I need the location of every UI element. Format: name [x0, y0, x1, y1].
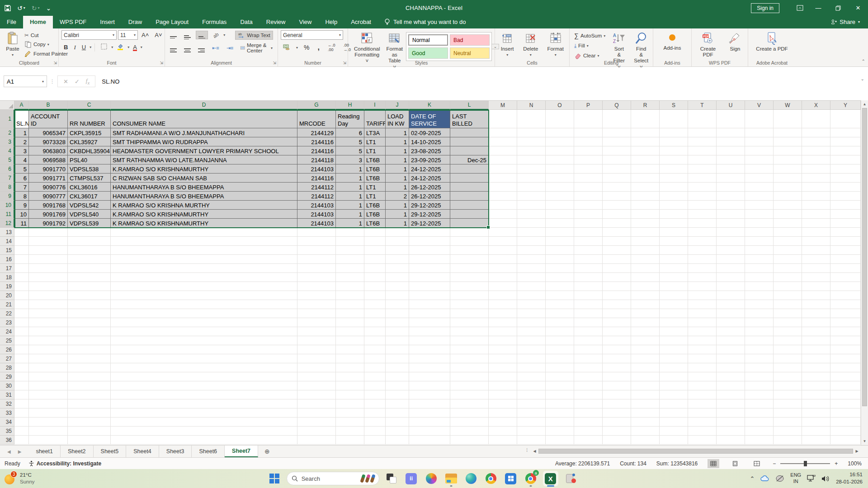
grid-cell[interactable] [717, 399, 745, 408]
taskbar-clock[interactable]: 16:5128-01-2026 [836, 471, 863, 485]
grid-cell[interactable] [546, 164, 574, 174]
grid-cell[interactable] [830, 201, 861, 210]
grid-cell[interactable]: LT6B [364, 155, 386, 164]
grid-cell[interactable] [688, 246, 717, 255]
grid-cell[interactable] [717, 282, 745, 291]
grid-cell[interactable]: 2144103 [297, 201, 336, 210]
format-cells-button[interactable]: Format▾ [544, 30, 566, 58]
grid-cell[interactable]: 1 [386, 146, 409, 155]
grid-cell[interactable] [386, 427, 409, 436]
grid-cell[interactable] [830, 137, 861, 146]
grid-cell[interactable] [111, 300, 297, 309]
grid-cell[interactable] [517, 300, 546, 309]
create-pdf-button[interactable]: PDF Create PDF [694, 30, 722, 59]
grid-cell[interactable] [631, 309, 660, 318]
autosum-button[interactable]: ∑AutoSum▾ [572, 31, 607, 40]
grid-cell[interactable] [717, 327, 745, 336]
grid-cell[interactable] [660, 399, 688, 408]
grid-cell[interactable] [450, 318, 489, 327]
grid-cell[interactable] [409, 363, 450, 372]
grid-cell[interactable] [774, 246, 802, 255]
grid-cell[interactable] [830, 282, 861, 291]
grid-cell[interactable] [489, 390, 517, 399]
grid-cell[interactable] [297, 327, 336, 336]
column-header-C[interactable]: C [68, 100, 111, 110]
column-header-P[interactable]: P [574, 100, 603, 110]
grid-cell[interactable] [574, 408, 603, 418]
grid-cell[interactable] [409, 237, 450, 246]
grid-cell[interactable] [717, 345, 745, 354]
grid-cell[interactable]: 2144112 [297, 183, 336, 192]
grid-cell[interactable] [802, 183, 830, 192]
grid-cell[interactable] [802, 110, 830, 128]
grid-cell[interactable]: K.RAMRAO S/O KRISHNAMURTHY [111, 164, 297, 174]
grid-cell[interactable] [717, 390, 745, 399]
grid-cell[interactable] [688, 399, 717, 408]
grid-cell[interactable] [546, 372, 574, 381]
grid-cell[interactable] [29, 228, 68, 237]
grid-cell[interactable]: LT6B [364, 210, 386, 219]
grid-cell[interactable] [688, 201, 717, 210]
sheet-tab-sheet1[interactable]: sheet1 [28, 446, 61, 457]
grid-cell[interactable] [717, 436, 745, 445]
tab-acrobat[interactable]: Acrobat [344, 16, 378, 28]
grid-cell[interactable] [546, 309, 574, 318]
grid-cell[interactable] [574, 110, 603, 128]
grid-cell[interactable] [660, 345, 688, 354]
grid-cell[interactable] [336, 318, 364, 327]
grid-cell[interactable] [489, 192, 517, 201]
grid-cell[interactable] [68, 327, 111, 336]
grid-cell[interactable] [717, 146, 745, 155]
grid-cell[interactable] [603, 255, 631, 264]
grid-cell[interactable] [364, 427, 386, 436]
collapse-ribbon-icon[interactable]: ⌃ [862, 59, 865, 64]
grid-cell[interactable] [774, 300, 802, 309]
grid-cell[interactable] [489, 408, 517, 418]
grid-cell[interactable] [489, 318, 517, 327]
grid-cell[interactable] [774, 436, 802, 445]
grid-cell[interactable] [364, 436, 386, 445]
grid-cell[interactable] [660, 255, 688, 264]
grid-cell[interactable] [364, 273, 386, 282]
grid-cell[interactable] [660, 137, 688, 146]
grid-cell[interactable] [297, 345, 336, 354]
sheet-nav-right-icon[interactable]: ▶ [18, 449, 22, 454]
grid-cell[interactable] [409, 309, 450, 318]
grid-cell[interactable] [802, 399, 830, 408]
row-header-15[interactable]: 15 [0, 246, 14, 255]
grid-cell[interactable] [68, 408, 111, 418]
grid-cell[interactable] [489, 164, 517, 174]
grid-cell[interactable]: SMT THIPPAMMA W/O RUDRAPPA [111, 137, 297, 146]
grid-cell[interactable] [603, 291, 631, 300]
grid-cell[interactable] [489, 237, 517, 246]
tab-review[interactable]: Review [259, 16, 292, 28]
grid-cell[interactable] [111, 327, 297, 336]
grid-cell[interactable] [489, 300, 517, 309]
tab-home[interactable]: Home [23, 16, 53, 28]
language-indicator[interactable]: ENGIN [790, 472, 801, 485]
grid-cell[interactable] [774, 264, 802, 273]
grid-cell[interactable]: 9 [14, 201, 29, 210]
style-normal[interactable]: Normal [408, 34, 448, 46]
grid-cell[interactable] [489, 174, 517, 183]
grid-cell[interactable]: VDPSL542 [68, 201, 111, 210]
grid-cell[interactable]: HANUMANTHARAYA B S/O BHEEMAPPA [111, 192, 297, 201]
grid-cell[interactable]: 9091771 [29, 174, 68, 183]
grid-cell[interactable] [688, 174, 717, 183]
grid-cell[interactable] [546, 300, 574, 309]
grid-cell[interactable] [603, 354, 631, 363]
grid-cell[interactable]: 10 [14, 210, 29, 219]
grid-cell[interactable]: 5 [336, 146, 364, 155]
grid-cell[interactable] [830, 110, 861, 128]
grid-cell[interactable] [688, 318, 717, 327]
grid-cell[interactable] [364, 408, 386, 418]
grid-cell[interactable] [450, 146, 489, 155]
merge-center-button[interactable]: Merge & Center▾ [238, 42, 275, 54]
grid-cell[interactable] [29, 300, 68, 309]
grid-cell[interactable] [409, 408, 450, 418]
grid-cell[interactable] [745, 164, 774, 174]
grid-cell[interactable] [830, 408, 861, 418]
grid-cell[interactable] [517, 192, 546, 201]
grid-cell[interactable] [631, 390, 660, 399]
grid-cell[interactable] [717, 183, 745, 192]
